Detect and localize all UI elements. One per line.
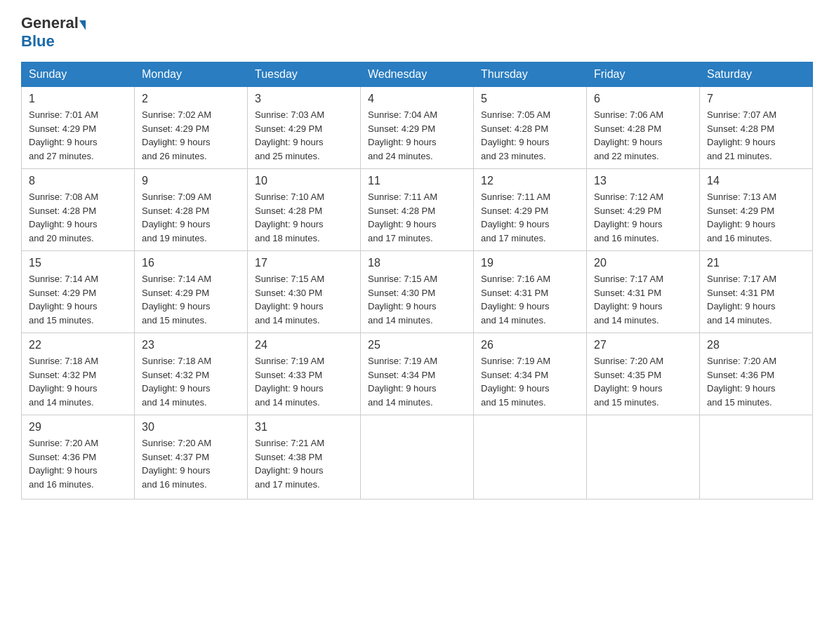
day-number: 15: [29, 257, 127, 269]
day-info: Sunrise: 7:21 AMSunset: 4:38 PMDaylight:…: [255, 436, 353, 491]
day-info: Sunrise: 7:20 AMSunset: 4:35 PMDaylight:…: [594, 354, 692, 409]
calendar-cell: 1 Sunrise: 7:01 AMSunset: 4:29 PMDayligh…: [22, 87, 135, 169]
header-friday: Friday: [587, 62, 700, 87]
calendar-cell: 22 Sunrise: 7:18 AMSunset: 4:32 PMDaylig…: [22, 333, 135, 415]
day-info: Sunrise: 7:19 AMSunset: 4:34 PMDaylight:…: [368, 354, 466, 409]
day-number: 11: [368, 175, 466, 187]
calendar-cell: 30 Sunrise: 7:20 AMSunset: 4:37 PMDaylig…: [135, 415, 248, 499]
day-number: 26: [481, 339, 579, 351]
calendar-cell: 23 Sunrise: 7:18 AMSunset: 4:32 PMDaylig…: [135, 333, 248, 415]
day-info: Sunrise: 7:20 AMSunset: 4:37 PMDaylight:…: [142, 436, 240, 491]
day-info: Sunrise: 7:03 AMSunset: 4:29 PMDaylight:…: [255, 108, 353, 163]
day-info: Sunrise: 7:15 AMSunset: 4:30 PMDaylight:…: [255, 272, 353, 327]
day-info: Sunrise: 7:05 AMSunset: 4:28 PMDaylight:…: [481, 108, 579, 163]
day-info: Sunrise: 7:10 AMSunset: 4:28 PMDaylight:…: [255, 190, 353, 245]
day-number: 9: [142, 175, 240, 187]
day-info: Sunrise: 7:17 AMSunset: 4:31 PMDaylight:…: [707, 272, 805, 327]
day-info: Sunrise: 7:08 AMSunset: 4:28 PMDaylight:…: [29, 190, 127, 245]
day-info: Sunrise: 7:11 AMSunset: 4:28 PMDaylight:…: [368, 190, 466, 245]
day-info: Sunrise: 7:18 AMSunset: 4:32 PMDaylight:…: [142, 354, 240, 409]
day-info: Sunrise: 7:16 AMSunset: 4:31 PMDaylight:…: [481, 272, 579, 327]
day-number: 22: [29, 339, 127, 351]
day-number: 30: [142, 421, 240, 434]
day-info: Sunrise: 7:02 AMSunset: 4:29 PMDaylight:…: [142, 108, 240, 163]
calendar-cell: 4 Sunrise: 7:04 AMSunset: 4:29 PMDayligh…: [361, 87, 474, 169]
day-number: 17: [255, 257, 353, 269]
day-info: Sunrise: 7:06 AMSunset: 4:28 PMDaylight:…: [594, 108, 692, 163]
day-number: 29: [29, 421, 127, 434]
calendar-cell: 3 Sunrise: 7:03 AMSunset: 4:29 PMDayligh…: [248, 87, 361, 169]
day-number: 7: [707, 93, 805, 105]
day-number: 8: [29, 175, 127, 187]
day-number: 23: [142, 339, 240, 351]
day-number: 2: [142, 93, 240, 105]
day-info: Sunrise: 7:14 AMSunset: 4:29 PMDaylight:…: [142, 272, 240, 327]
calendar-cell: 24 Sunrise: 7:19 AMSunset: 4:33 PMDaylig…: [248, 333, 361, 415]
logo-triangle-icon: [79, 20, 86, 30]
week-row-5: 29 Sunrise: 7:20 AMSunset: 4:36 PMDaylig…: [22, 415, 813, 499]
calendar-cell: 19 Sunrise: 7:16 AMSunset: 4:31 PMDaylig…: [474, 251, 587, 333]
day-info: Sunrise: 7:15 AMSunset: 4:30 PMDaylight:…: [368, 272, 466, 327]
day-info: Sunrise: 7:20 AMSunset: 4:36 PMDaylight:…: [707, 354, 805, 409]
day-number: 31: [255, 421, 353, 434]
calendar-header-row: SundayMondayTuesdayWednesdayThursdayFrid…: [22, 62, 813, 87]
header-saturday: Saturday: [700, 62, 813, 87]
calendar-cell: 2 Sunrise: 7:02 AMSunset: 4:29 PMDayligh…: [135, 87, 248, 169]
day-number: 16: [142, 257, 240, 269]
header-thursday: Thursday: [474, 62, 587, 87]
calendar-cell: [361, 415, 474, 499]
day-number: 25: [368, 339, 466, 351]
day-number: 5: [481, 93, 579, 105]
day-number: 27: [594, 339, 692, 351]
day-number: 10: [255, 175, 353, 187]
day-info: Sunrise: 7:17 AMSunset: 4:31 PMDaylight:…: [594, 272, 692, 327]
day-number: 21: [707, 257, 805, 269]
calendar-cell: 16 Sunrise: 7:14 AMSunset: 4:29 PMDaylig…: [135, 251, 248, 333]
day-info: Sunrise: 7:13 AMSunset: 4:29 PMDaylight:…: [707, 190, 805, 245]
day-number: 28: [707, 339, 805, 351]
day-info: Sunrise: 7:04 AMSunset: 4:29 PMDaylight:…: [368, 108, 466, 163]
day-number: 19: [481, 257, 579, 269]
logo-general-text: General: [21, 14, 79, 32]
day-info: Sunrise: 7:01 AMSunset: 4:29 PMDaylight:…: [29, 108, 127, 163]
calendar-cell: 11 Sunrise: 7:11 AMSunset: 4:28 PMDaylig…: [361, 169, 474, 251]
day-number: 20: [594, 257, 692, 269]
day-info: Sunrise: 7:20 AMSunset: 4:36 PMDaylight:…: [29, 436, 127, 491]
calendar-cell: 28 Sunrise: 7:20 AMSunset: 4:36 PMDaylig…: [700, 333, 813, 415]
day-number: 24: [255, 339, 353, 351]
header: General Blue: [21, 14, 813, 51]
day-number: 4: [368, 93, 466, 105]
calendar-cell: 27 Sunrise: 7:20 AMSunset: 4:35 PMDaylig…: [587, 333, 700, 415]
calendar-cell: 21 Sunrise: 7:17 AMSunset: 4:31 PMDaylig…: [700, 251, 813, 333]
calendar-cell: 25 Sunrise: 7:19 AMSunset: 4:34 PMDaylig…: [361, 333, 474, 415]
calendar-cell: 31 Sunrise: 7:21 AMSunset: 4:38 PMDaylig…: [248, 415, 361, 499]
calendar-table: SundayMondayTuesdayWednesdayThursdayFrid…: [21, 62, 813, 499]
calendar-cell: 17 Sunrise: 7:15 AMSunset: 4:30 PMDaylig…: [248, 251, 361, 333]
day-number: 13: [594, 175, 692, 187]
day-number: 18: [368, 257, 466, 269]
day-info: Sunrise: 7:19 AMSunset: 4:34 PMDaylight:…: [481, 354, 579, 409]
week-row-3: 15 Sunrise: 7:14 AMSunset: 4:29 PMDaylig…: [22, 251, 813, 333]
calendar-cell: 29 Sunrise: 7:20 AMSunset: 4:36 PMDaylig…: [22, 415, 135, 499]
day-info: Sunrise: 7:19 AMSunset: 4:33 PMDaylight:…: [255, 354, 353, 409]
header-sunday: Sunday: [22, 62, 135, 87]
header-wednesday: Wednesday: [361, 62, 474, 87]
calendar-cell: [474, 415, 587, 499]
calendar-cell: 5 Sunrise: 7:05 AMSunset: 4:28 PMDayligh…: [474, 87, 587, 169]
calendar-cell: 9 Sunrise: 7:09 AMSunset: 4:28 PMDayligh…: [135, 169, 248, 251]
day-info: Sunrise: 7:18 AMSunset: 4:32 PMDaylight:…: [29, 354, 127, 409]
day-number: 12: [481, 175, 579, 187]
logo-blue-text: Blue: [21, 32, 55, 51]
week-row-1: 1 Sunrise: 7:01 AMSunset: 4:29 PMDayligh…: [22, 87, 813, 169]
calendar-cell: 20 Sunrise: 7:17 AMSunset: 4:31 PMDaylig…: [587, 251, 700, 333]
calendar-cell: 13 Sunrise: 7:12 AMSunset: 4:29 PMDaylig…: [587, 169, 700, 251]
calendar-cell: 15 Sunrise: 7:14 AMSunset: 4:29 PMDaylig…: [22, 251, 135, 333]
day-info: Sunrise: 7:12 AMSunset: 4:29 PMDaylight:…: [594, 190, 692, 245]
day-number: 3: [255, 93, 353, 105]
calendar-cell: 12 Sunrise: 7:11 AMSunset: 4:29 PMDaylig…: [474, 169, 587, 251]
day-info: Sunrise: 7:07 AMSunset: 4:28 PMDaylight:…: [707, 108, 805, 163]
day-info: Sunrise: 7:09 AMSunset: 4:28 PMDaylight:…: [142, 190, 240, 245]
calendar-cell: [700, 415, 813, 499]
day-number: 1: [29, 93, 127, 105]
calendar-cell: 18 Sunrise: 7:15 AMSunset: 4:30 PMDaylig…: [361, 251, 474, 333]
